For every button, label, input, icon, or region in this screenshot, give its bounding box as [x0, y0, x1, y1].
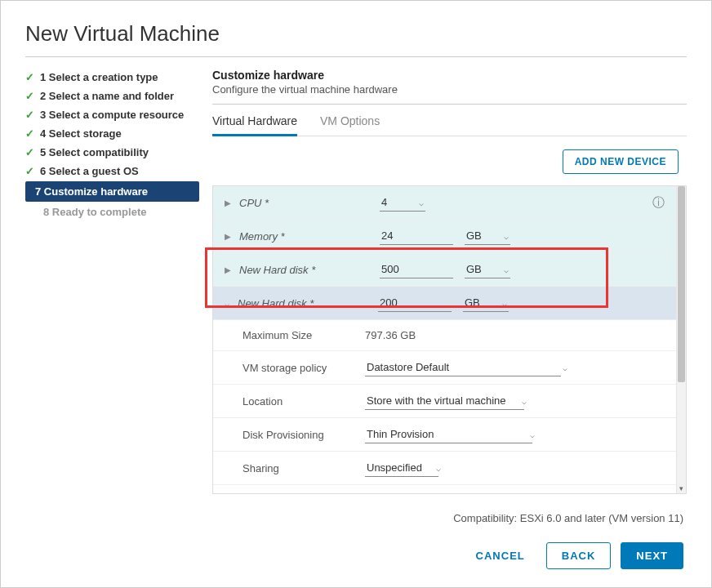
row-controls: ⌵: [365, 459, 665, 477]
add-device-row: ADD NEW DEVICE: [212, 149, 687, 174]
next-button[interactable]: NEXT: [621, 542, 683, 569]
memory-unit[interactable]: [465, 227, 510, 245]
step-2-name-folder[interactable]: ✓ 2 Select a name and folder: [25, 87, 199, 105]
provisioning-select[interactable]: ⌵: [365, 425, 536, 443]
check-icon: ✓: [25, 165, 34, 177]
back-button[interactable]: BACK: [546, 542, 612, 569]
chevron-right-icon[interactable]: ▶: [225, 198, 231, 207]
row-location: Location ⌵: [213, 385, 676, 418]
row-label: Maximum Size: [243, 329, 365, 341]
scroll-down-arrow-icon[interactable]: ▾: [677, 483, 686, 493]
dialog-content: ✓ 1 Select a creation type ✓ 2 Select a …: [25, 69, 687, 524]
vertical-scrollbar[interactable]: ▾: [676, 186, 686, 493]
row-controls: ⌵: [365, 392, 665, 410]
divider: [212, 104, 687, 105]
row-label: New Hard disk *: [238, 297, 378, 310]
scrollbar-thumb[interactable]: [678, 186, 685, 382]
storage-policy-select[interactable]: ⌵: [365, 359, 569, 376]
step-1-creation-type[interactable]: ✓ 1 Select a creation type: [25, 69, 199, 86]
scroll-body: ▶ CPU * ⌵ ⓘ ▶ Me: [213, 186, 676, 493]
location-select[interactable]: ⌵: [365, 392, 528, 410]
compatibility-text: Compatibility: ESXi 6.0 and later (VM ve…: [212, 512, 687, 524]
main-panel: Customize hardware Configure the virtual…: [212, 69, 687, 524]
row-controls: ⌵: [380, 194, 652, 212]
check-icon: ✓: [25, 127, 34, 140]
wizard-steps: ✓ 1 Select a creation type ✓ 2 Select a …: [25, 69, 199, 524]
hd1-value[interactable]: [380, 261, 453, 278]
chevron-down-icon: ⌵: [563, 363, 567, 372]
hd2-unit[interactable]: [463, 294, 509, 312]
memory-value[interactable]: [380, 227, 453, 245]
row-controls: ⌵: [365, 425, 665, 443]
section-subtitle: Configure the virtual machine hardware: [212, 83, 687, 96]
check-icon: ✓: [25, 109, 34, 121]
hardware-panel-wrap: ▶ CPU * ⌵ ⓘ ▶ Me: [212, 185, 687, 504]
shares-level-select[interactable]: ⌵: [365, 492, 422, 493]
dialog-footer: CANCEL BACK NEXT: [25, 524, 687, 587]
chevron-right-icon[interactable]: ▶: [225, 232, 231, 241]
row-disk-provisioning: Disk Provisioning ⌵: [213, 418, 676, 452]
hd2-value[interactable]: [378, 294, 452, 312]
max-size-value: 797.36 GB: [365, 329, 416, 341]
row-hard-disk-1: ▶ New Hard disk * ⌵: [213, 253, 676, 287]
step-5-compatibility[interactable]: ✓ 5 Select compatibility: [25, 144, 199, 161]
cancel-button[interactable]: CANCEL: [465, 542, 536, 569]
row-hard-disk-2: ⌵ New Hard disk * ⌵: [213, 287, 676, 320]
memory-unit-select[interactable]: ⌵: [465, 227, 510, 245]
hardware-tabs: Virtual Hardware VM Options: [212, 109, 687, 136]
provisioning-value[interactable]: [365, 425, 532, 443]
step-4-storage[interactable]: ✓ 4 Select storage: [25, 125, 199, 142]
step-3-compute[interactable]: ✓ 3 Select a compute resource: [25, 106, 199, 123]
row-sharing: Sharing ⌵: [213, 452, 676, 485]
shares-value[interactable]: [434, 492, 491, 493]
check-icon: ✓: [25, 71, 34, 83]
hd2-unit-select[interactable]: ⌵: [463, 294, 509, 312]
row-shares: Shares ⌵: [213, 485, 676, 493]
row-controls: ⌵: [365, 492, 665, 493]
hd1-unit-select[interactable]: ⌵: [465, 261, 510, 278]
row-maximum-size: Maximum Size 797.36 GB: [213, 320, 676, 351]
row-controls: ⌵: [378, 294, 665, 312]
hardware-table: ▶ CPU * ⌵ ⓘ ▶ Me: [212, 185, 687, 494]
row-controls: ⌵: [380, 261, 665, 278]
new-vm-dialog: New Virtual Machine ✓ 1 Select a creatio…: [1, 1, 711, 587]
row-label: Memory *: [239, 230, 380, 243]
info-icon[interactable]: ⓘ: [652, 195, 665, 211]
shares-level[interactable]: [365, 492, 418, 493]
row-controls: ⌵: [380, 227, 665, 245]
chevron-down-icon[interactable]: ⌵: [225, 299, 229, 308]
cpu-select[interactable]: ⌵: [380, 194, 425, 212]
row-value: 797.36 GB: [365, 329, 665, 341]
row-label: Disk Provisioning: [243, 429, 365, 441]
storage-policy-value[interactable]: [365, 359, 561, 376]
hd1-unit[interactable]: [465, 261, 510, 278]
step-6-guest-os[interactable]: ✓ 6 Select a guest OS: [25, 163, 199, 180]
row-label: New Hard disk *: [239, 264, 380, 276]
row-label: Location: [243, 395, 365, 408]
sharing-value[interactable]: [365, 459, 438, 477]
chevron-right-icon[interactable]: ▶: [225, 265, 231, 274]
row-memory: ▶ Memory * ⌵: [213, 220, 676, 253]
step-8-ready: 8 Ready to complete: [25, 203, 199, 220]
sharing-select[interactable]: ⌵: [365, 459, 443, 477]
row-controls: ⌵: [365, 359, 665, 376]
check-icon: ✓: [25, 146, 34, 158]
row-label: Sharing: [243, 462, 365, 474]
section-title: Customize hardware: [212, 69, 687, 82]
cpu-value[interactable]: [380, 194, 425, 212]
add-new-device-button[interactable]: ADD NEW DEVICE: [563, 149, 679, 174]
divider: [25, 56, 687, 57]
check-icon: ✓: [25, 90, 34, 102]
tab-vm-options[interactable]: VM Options: [320, 109, 380, 136]
step-7-customize-hardware[interactable]: 7 Customize hardware: [25, 181, 199, 202]
row-cpu: ▶ CPU * ⌵ ⓘ: [213, 186, 676, 220]
location-value[interactable]: [365, 392, 524, 410]
row-label: VM storage policy: [243, 362, 365, 374]
dialog-title: New Virtual Machine: [25, 21, 687, 47]
row-label: CPU *: [239, 197, 380, 209]
row-storage-policy: VM storage policy ⌵: [213, 351, 676, 385]
tab-virtual-hardware[interactable]: Virtual Hardware: [212, 109, 297, 136]
